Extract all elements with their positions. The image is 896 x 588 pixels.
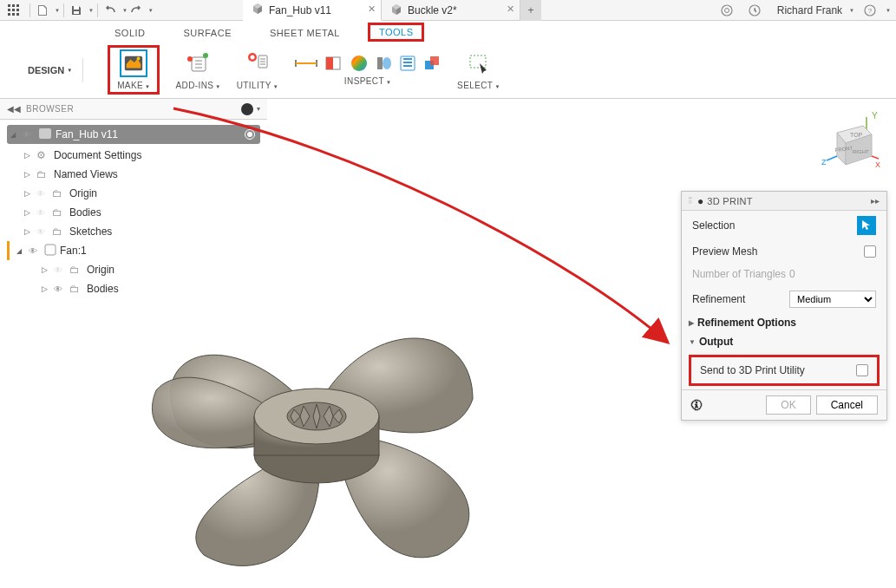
job-status-icon[interactable] [746,2,763,19]
document-tab-fan-hub[interactable]: Fan_Hub v11 ✕ [243,0,382,21]
svg-point-12 [724,9,729,13]
visibility-icon[interactable]: 👁 [36,189,49,199]
expand-icon[interactable] [42,284,50,293]
expand-icon[interactable] [10,130,19,139]
expand-icon[interactable] [24,227,33,236]
expand-icon[interactable] [24,208,33,217]
svg-rect-4 [12,9,15,11]
svg-point-20 [187,56,193,62]
visibility-icon[interactable]: 👁 [29,246,41,256]
select-button[interactable]: SELECT [457,49,500,90]
svg-point-28 [383,57,391,69]
folder-icon: 🗀 [52,187,66,199]
expand-icon[interactable] [24,189,33,198]
measure-icon[interactable] [294,55,318,72]
svg-rect-5 [16,9,19,11]
folder-icon: 🗀 [36,168,50,180]
addins-button[interactable]: ADD-INS [175,49,220,90]
inspect-label: INSPECT [344,76,391,86]
panel-title: 3D PRINT [707,196,871,206]
user-name-label[interactable]: Richard Frank [777,4,842,16]
svg-rect-10 [74,11,79,14]
help-icon[interactable]: ? [861,2,879,19]
output-section[interactable]: Output [682,332,886,351]
save-icon[interactable] [68,2,85,19]
activate-icon[interactable] [245,129,255,140]
send-to-utility-checkbox[interactable] [856,364,868,376]
svg-rect-0 [8,4,10,7]
close-icon[interactable]: ✕ [507,3,514,15]
inspect-group: INSPECT [294,54,441,86]
addins-label: ADD-INS [175,81,220,90]
refinement-label: Refinement [692,293,789,305]
expand-icon[interactable] [24,151,33,160]
interference-icon[interactable] [422,54,441,73]
half-section-icon[interactable] [324,55,344,72]
svg-point-11 [722,5,732,16]
selection-label: Selection [692,219,857,232]
expand-icon[interactable]: ▸▸ [871,196,880,206]
curvature-icon[interactable] [374,54,393,73]
make-button[interactable]: MAKE [117,49,150,90]
print-panel: ⦙⦙ ● 3D PRINT ▸▸ Selection Preview Mesh … [681,191,887,421]
visibility-icon[interactable]: 👁 [36,227,49,237]
view-cube[interactable]: Y TOP FRONT RIGHT Z X [811,108,880,189]
cancel-button[interactable]: Cancel [816,395,878,415]
design-workspace-dropdown[interactable]: DESIGN [17,58,83,82]
make-label: MAKE [117,81,150,90]
display-toggle-icon[interactable] [241,103,253,115]
undo-icon[interactable] [101,2,119,19]
tree-item-origin[interactable]: 👁 🗀 Origin [0,184,267,203]
svg-rect-6 [8,13,10,16]
extensions-icon[interactable] [718,2,736,19]
refinement-select[interactable]: Medium [789,291,876,308]
expand-icon[interactable] [16,246,25,255]
info-icon[interactable]: 🛈 [690,398,761,412]
fan-model[interactable] [108,295,525,581]
svg-rect-31 [430,56,439,65]
tree-item-fan-origin[interactable]: 👁 🗀 Origin [0,260,267,279]
expand-icon[interactable] [42,265,50,274]
close-icon[interactable]: ✕ [368,3,376,15]
visibility-icon[interactable]: 👁 [36,208,49,218]
tree-item-bodies[interactable]: 👁 🗀 Bodies [0,203,267,222]
tree-item-sketches[interactable]: 👁 🗀 Sketches [0,222,267,241]
svg-rect-1 [12,4,15,7]
ribbon-tab-surface[interactable]: SURFACE [173,24,242,42]
visibility-icon[interactable]: 👁 [23,130,35,140]
svg-point-17 [137,57,141,61]
svg-text:X: X [875,160,880,169]
collapse-icon[interactable]: ◀◀ [7,104,21,114]
svg-rect-2 [16,4,19,7]
new-tab-button[interactable]: + [520,0,541,21]
panel-drag-icon[interactable]: ⦙⦙ [689,196,692,206]
svg-text:TOP: TOP [850,132,863,138]
component-icon [44,244,56,258]
selection-cursor-button[interactable] [857,216,876,235]
apps-grid-icon[interactable] [5,2,23,19]
tree-item-doc-settings[interactable]: ⚙ Document Settings [0,146,267,165]
preview-mesh-checkbox[interactable] [864,245,876,258]
visibility-icon[interactable]: 👁 [54,284,66,294]
ribbon-tab-solid[interactable]: SOLID [104,24,156,42]
svg-point-26 [351,56,367,71]
tab-label: Fan_Hub v11 [269,4,331,16]
ribbon-tab-tools[interactable]: TOOLS [368,23,425,42]
ok-button[interactable]: OK [766,395,810,415]
svg-text:?: ? [868,7,873,15]
visibility-icon[interactable]: 👁 [54,265,66,275]
tree-item-fan-component[interactable]: 👁 Fan:1 [7,241,267,260]
tree-item-named-views[interactable]: 🗀 Named Views [0,165,267,184]
redo-icon[interactable] [128,2,145,19]
options-icon[interactable]: ▾ [257,105,260,113]
ribbon-tab-sheet-metal[interactable]: SHEET METAL [259,24,350,42]
color-icon[interactable] [350,54,369,73]
expand-icon[interactable] [24,170,33,179]
zebra-icon[interactable] [398,54,417,73]
document-tab-buckle[interactable]: Buckle v2* ✕ [382,0,520,21]
tree-root[interactable]: 👁 Fan_Hub v11 [7,125,260,144]
refinement-options-section[interactable]: Refinement Options [682,313,886,332]
folder-icon: 🗀 [52,225,66,238]
new-file-icon[interactable] [34,2,51,19]
utility-button[interactable]: UTILITY [237,49,278,90]
